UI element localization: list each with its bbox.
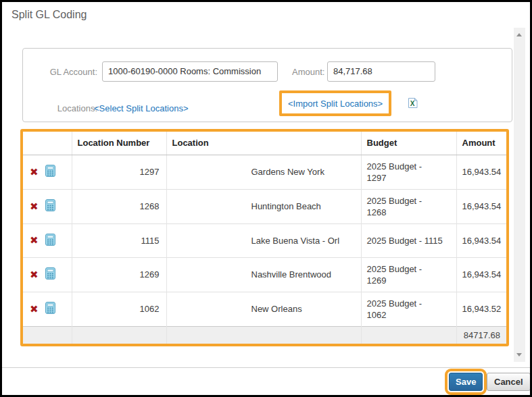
location-cell: Huntington Beach — [166, 189, 361, 223]
location-cell: Nashville Brentwood — [166, 257, 361, 292]
gl-form-panel: GL Account: 1000-60190-0000 Rooms: Commi… — [22, 48, 512, 122]
select-split-locations-link[interactable]: <Select Split Locations> — [94, 103, 188, 113]
header-amount: Amount — [456, 132, 506, 155]
header-budget: Budget — [361, 132, 456, 155]
table-row: ✖ 1115 Lake Buena Vista - Orl 2025 Bud — [23, 223, 506, 257]
delete-icon[interactable]: ✖ — [30, 234, 39, 246]
header-location: Location — [166, 132, 361, 155]
arrow-up-icon — [516, 33, 522, 36]
calculator-icon[interactable] — [45, 165, 55, 179]
location-number-cell: 1062 — [72, 292, 166, 326]
budget-cell: 2025 Budget - 1115 — [361, 223, 456, 257]
split-table-highlight-box: Location Number Location Budget Amount ✖ — [20, 129, 509, 346]
delete-icon[interactable]: ✖ — [30, 303, 39, 315]
amount-cell: 16,943.54 — [456, 223, 506, 257]
dialog-title: Split GL Coding — [11, 9, 87, 21]
scroll-down-button[interactable] — [514, 349, 525, 361]
delete-icon[interactable]: ✖ — [30, 269, 39, 281]
amount-cell: 16,943.54 — [456, 189, 506, 223]
location-cell: Gardens New York — [166, 155, 361, 189]
budget-cell: 2025 Budget - 1297 — [361, 155, 456, 189]
table-row: ✖ 1268 Huntington Beach 2025 Budget - — [23, 189, 506, 223]
calculator-icon[interactable] — [45, 267, 55, 282]
location-cell: Lake Buena Vista - Orl — [166, 223, 361, 257]
scroll-up-button[interactable] — [514, 29, 525, 41]
amount-cell: 16,943.54 — [456, 257, 506, 292]
delete-icon[interactable]: ✖ — [30, 201, 39, 213]
location-number-cell: 1268 — [72, 189, 166, 223]
header-actions — [23, 132, 72, 155]
gl-account-input[interactable]: 1000-60190-0000 Rooms: Commission — [102, 61, 278, 82]
vertical-scrollbar[interactable] — [514, 28, 525, 362]
location-cell: New Orleans — [166, 292, 361, 326]
calculator-icon[interactable] — [45, 302, 55, 316]
svg-text:X: X — [410, 100, 415, 107]
footer-divider — [2, 367, 530, 368]
split-table-body: ✖ 1297 Gardens New York 2025 Budget - — [23, 155, 506, 326]
location-number-cell: 1269 — [72, 257, 166, 292]
gl-account-label: GL Account: — [30, 67, 97, 77]
amount-cell: 16,943.52 — [456, 292, 506, 326]
table-row: ✖ 1269 Nashville Brentwood 2025 Budget — [23, 257, 506, 292]
budget-cell: 2025 Budget - 1269 — [361, 257, 456, 292]
budget-cell: 2025 Budget - 1268 — [361, 189, 456, 223]
amount-input[interactable]: 84,717.68 — [327, 61, 435, 82]
budget-cell: 2025 Budget - 1062 — [361, 292, 456, 326]
location-number-cell: 1115 — [72, 223, 166, 257]
amount-cell: 16,943.54 — [456, 155, 506, 189]
table-total-row: 84717.68 — [23, 326, 506, 344]
amount-label: Amount: — [292, 67, 326, 77]
location-number-cell: 1297 — [72, 155, 166, 189]
table-row: ✖ 1062 New Orleans 2025 Budget - 1062 — [23, 292, 506, 326]
arrow-down-icon — [516, 353, 522, 356]
calculator-icon[interactable] — [45, 234, 55, 248]
cancel-button[interactable]: Cancel — [487, 373, 531, 391]
table-header-row: Location Number Location Budget Amount — [23, 132, 506, 155]
import-split-locations-link[interactable]: <Import Split Locations> — [288, 99, 383, 109]
delete-icon[interactable]: ✖ — [30, 166, 39, 178]
save-button[interactable]: Save — [449, 373, 483, 391]
locations-label: Locations: — [30, 103, 97, 113]
split-gl-coding-dialog: Split GL Coding GL Account: 1000-60190-0… — [0, 0, 532, 397]
table-row: ✖ 1297 Gardens New York 2025 Budget - — [23, 155, 506, 189]
import-split-highlight-box: <Import Split Locations> — [279, 90, 391, 116]
calculator-icon[interactable] — [45, 199, 55, 213]
excel-export-icon[interactable]: X — [407, 97, 418, 109]
split-locations-table: Location Number Location Budget Amount ✖ — [23, 132, 506, 344]
total-amount: 84717.68 — [456, 326, 506, 344]
header-location-number: Location Number — [72, 132, 166, 155]
